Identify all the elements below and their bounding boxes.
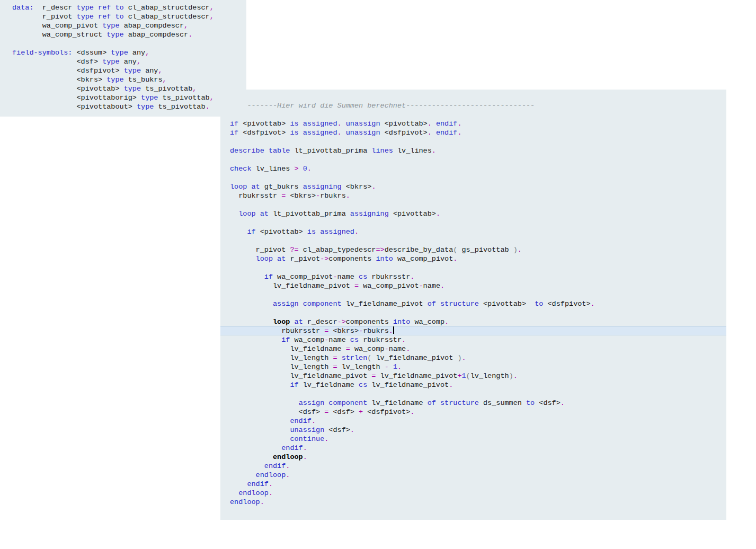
code-line[interactable]: <dsf> = <dsf> + <dsfpivot>. (220, 408, 726, 417)
code-line[interactable]: <dsfpivot> type any, (0, 66, 246, 75)
code-line[interactable]: unassign <dsf>. (220, 426, 726, 435)
code-token: - (359, 327, 363, 335)
code-line[interactable]: loop at r_descr->components into wa_comp… (220, 317, 726, 326)
code-token: . (303, 453, 307, 461)
code-token: endif (290, 417, 312, 425)
code-token: cl_abap_structdescr (124, 13, 210, 21)
code-token: lv_fieldname_pivot (230, 372, 371, 380)
code-token: <dsfpivot> (380, 129, 428, 137)
code-line[interactable]: if wa_comp_pivot-name cs rbukrsstr. (220, 272, 726, 281)
code-token: r_descr (34, 4, 77, 12)
code-line[interactable]: assign component lv_fieldname_pivot of s… (220, 299, 726, 308)
code-token: <dsf> (328, 408, 359, 416)
code-line[interactable]: lv_fieldname_pivot = wa_comp_pivot-name. (220, 281, 726, 290)
code-line[interactable]: data: r_descr type ref to cl_abap_struct… (0, 3, 246, 12)
code-line[interactable]: "----------Hier wird die Summen berechne… (220, 101, 726, 110)
code-token (230, 228, 247, 236)
code-line[interactable]: wa_comp_struct type abap_compdescr. (0, 30, 246, 39)
code-line[interactable]: r_pivot type ref to cl_abap_structdescr, (0, 12, 246, 21)
code-token: <pivottab> (380, 120, 428, 128)
code-token (230, 453, 273, 461)
code-token: unassign (346, 120, 380, 128)
code-token: lt_pivottab_prima (269, 210, 350, 218)
code-line[interactable]: <bkrs> type ts_bukrs, (0, 75, 246, 84)
current-line[interactable]: rbukrsstr = <bkrs>-rbukrs. (220, 326, 726, 335)
blank-line[interactable] (220, 137, 726, 146)
code-line[interactable]: <pivottab> type ts_pivottab, (0, 84, 246, 93)
code-line[interactable]: if <pivottab> is assigned. unassign <piv… (220, 119, 726, 128)
code-token: , (163, 76, 167, 84)
code-line[interactable]: check lv_lines > 0. (220, 164, 726, 173)
code-token: loop at (238, 210, 269, 218)
blank-line[interactable] (220, 389, 726, 399)
code-line[interactable]: describe table lt_pivottab_prima lines l… (220, 146, 726, 155)
code-line[interactable]: endif. (220, 480, 726, 489)
code-token: lv_fieldname_pivot (230, 282, 354, 290)
code-token: <bkrs> (328, 327, 359, 335)
code-line[interactable]: <pivottabout> type ts_pivottab. (0, 102, 246, 111)
code-token: - (419, 282, 423, 290)
code-token: . (402, 336, 406, 344)
code-line[interactable]: assign component lv_fieldname of structu… (220, 399, 726, 408)
code-token: - (316, 192, 320, 200)
code-token: 0 (303, 165, 307, 173)
blank-line[interactable] (220, 218, 726, 227)
code-line[interactable]: endif. (220, 444, 726, 453)
code-token: <dsfpivot> (12, 67, 124, 75)
code-token: ?= (290, 246, 298, 254)
code-token: <dssum> (72, 49, 111, 57)
code-line[interactable]: lv_length = lv_length - 1. (220, 362, 726, 371)
code-token: . (269, 480, 273, 488)
blank-line[interactable] (0, 39, 246, 48)
code-line[interactable]: endif. (220, 417, 726, 426)
code-line[interactable]: endloop. (220, 498, 726, 507)
code-token (230, 426, 290, 434)
code-line[interactable]: if <pivottab> is assigned. (220, 227, 726, 236)
blank-line[interactable] (220, 155, 726, 164)
code-token: ts_pivottab (154, 103, 205, 111)
code-line[interactable]: lv_fieldname = wa_comp-name. (220, 344, 726, 353)
declarations-editor-pane[interactable]: data: r_descr type ref to cl_abap_struct… (0, 0, 246, 117)
code-line[interactable]: <dsf> type any, (0, 57, 246, 66)
code-line[interactable]: if lv_fieldname cs lv_fieldname_pivot. (220, 380, 726, 389)
code-token: . (406, 345, 410, 353)
blank-line[interactable] (220, 290, 726, 299)
code-token: into (376, 255, 393, 263)
code-line[interactable]: if <dsfpivot> is assigned. unassign <dsf… (220, 128, 726, 137)
code-line[interactable]: endloop. (220, 453, 726, 462)
code-token: . (410, 273, 414, 281)
blank-line[interactable] (220, 110, 726, 119)
blank-line[interactable] (220, 173, 726, 182)
code-line[interactable]: field-symbols: <dssum> type any, (0, 48, 246, 57)
code-line[interactable]: wa_comp_pivot type abap_compdescr, (0, 21, 246, 30)
code-line[interactable]: endif. (220, 462, 726, 471)
blank-line[interactable] (220, 200, 726, 209)
code-token: <pivottab> (238, 120, 290, 128)
code-token: any (128, 49, 145, 57)
code-line[interactable]: if wa_comp-name cs rbukrsstr. (220, 335, 726, 344)
blank-line[interactable] (220, 308, 726, 317)
code-token: type (102, 22, 119, 30)
code-line[interactable]: rbukrsstr = <bkrs>-rbukrs. (220, 191, 726, 200)
code-line[interactable]: continue. (220, 435, 726, 444)
code-editor-pane[interactable]: "----------Hier wird die Summen berechne… (220, 90, 726, 520)
code-token: abap_compdescr (120, 22, 184, 30)
code-line[interactable]: lv_length = strlen( lv_fieldname_pivot )… (220, 353, 726, 362)
code-token: endif (436, 120, 458, 128)
code-token: if (281, 336, 290, 344)
code-line[interactable]: r_pivot ?= cl_abap_typedescr=>describe_b… (220, 245, 726, 254)
code-token: . (513, 372, 518, 380)
code-token: , (145, 49, 149, 57)
code-line[interactable]: loop at lt_pivottab_prima assigning <piv… (220, 209, 726, 218)
code-line[interactable]: endloop. (220, 471, 726, 480)
blank-line[interactable] (220, 236, 726, 245)
code-line[interactable]: <pivottaborig> type ts_pivottab, (0, 93, 246, 102)
code-token: <bkrs> (12, 76, 106, 84)
code-line[interactable]: loop at r_pivot->components into wa_comp… (220, 254, 726, 263)
code-token: cl_abap_typedescr (299, 246, 376, 254)
code-line[interactable]: endloop. (220, 489, 726, 498)
code-line[interactable]: lv_fieldname_pivot = lv_fieldname_pivot+… (220, 371, 726, 380)
code-line[interactable]: loop at gt_bukrs assigning <bkrs>. (220, 182, 726, 191)
code-token: , (137, 58, 141, 66)
blank-line[interactable] (220, 263, 726, 272)
